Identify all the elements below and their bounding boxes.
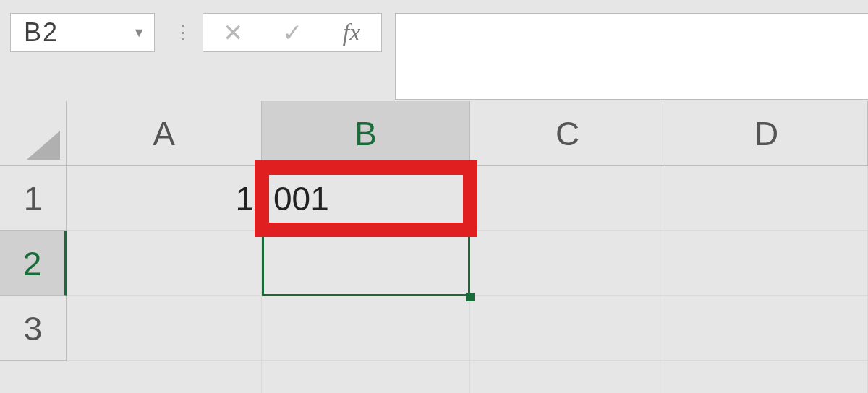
name-box-value: B2 — [24, 17, 59, 48]
column-header-b[interactable]: B — [262, 101, 470, 166]
cancel-icon[interactable]: ✕ — [211, 18, 255, 47]
column-header-d[interactable]: D — [665, 101, 868, 166]
cell-a1[interactable]: 1 — [67, 166, 262, 231]
row-headers: 1 2 3 — [0, 166, 67, 361]
column-header-c[interactable]: C — [470, 101, 665, 166]
row-header-2[interactable]: 2 — [0, 231, 67, 296]
enter-icon[interactable]: ✓ — [271, 18, 314, 47]
select-all-corner[interactable] — [0, 101, 67, 166]
cell-d1[interactable] — [665, 166, 868, 231]
cell-c4[interactable] — [470, 361, 665, 393]
cell-b4[interactable] — [262, 361, 470, 393]
cell-c1[interactable] — [470, 166, 665, 231]
name-box-dropdown-icon[interactable]: ▼ — [132, 25, 145, 40]
fill-handle[interactable] — [466, 293, 475, 301]
name-box[interactable]: B2 ▼ — [10, 13, 155, 52]
cell-b3[interactable] — [262, 296, 470, 361]
cell-a2[interactable] — [67, 231, 262, 296]
formula-input[interactable] — [395, 13, 868, 100]
column-headers: A B C D — [67, 101, 868, 166]
row-header-1[interactable]: 1 — [0, 166, 67, 231]
formula-bar-buttons: ✕ ✓ fx — [203, 13, 382, 52]
cell-d3[interactable] — [665, 296, 868, 361]
fx-icon[interactable]: fx — [330, 19, 373, 46]
cell-a3[interactable] — [67, 296, 262, 361]
cell-b2[interactable] — [262, 231, 470, 296]
column-header-a[interactable]: A — [67, 101, 262, 166]
cell-d4[interactable] — [665, 361, 868, 393]
cell-c2[interactable] — [470, 231, 665, 296]
cell-a4[interactable] — [67, 361, 262, 393]
formula-bar-area: B2 ▼ ⋮ ✕ ✓ fx — [0, 0, 868, 101]
cell-b1[interactable]: 001 — [262, 166, 470, 231]
vertical-separator-icon: ⋮ — [174, 22, 190, 44]
cell-c3[interactable] — [470, 296, 665, 361]
cell-d2[interactable] — [665, 231, 868, 296]
row-header-3[interactable]: 3 — [0, 296, 67, 361]
